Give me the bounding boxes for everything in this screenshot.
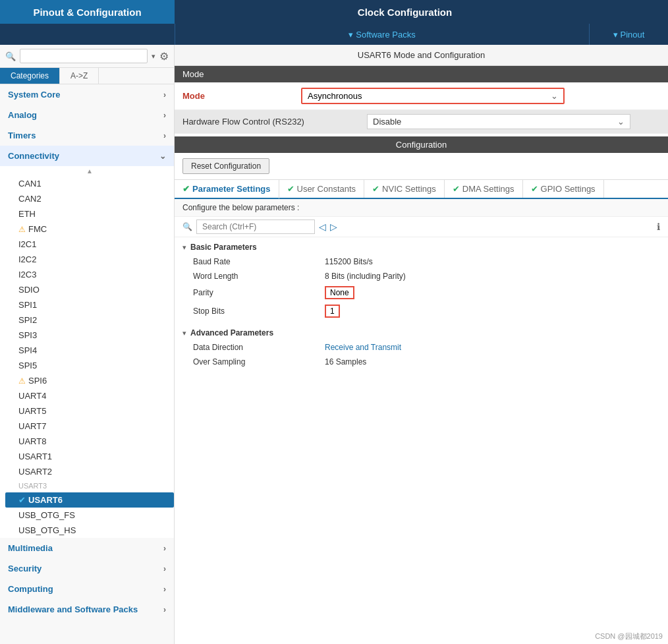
sidebar-item-system-core[interactable]: System Core ›: [0, 84, 174, 105]
multimedia-label: Multimedia: [8, 543, 53, 553]
basic-params-arrow-icon: ▾: [182, 243, 186, 252]
nvic-check-icon: ✔: [372, 184, 379, 194]
pinout-btn[interactable]: ▾ Pinout: [589, 24, 668, 45]
timers-label: Timers: [8, 131, 36, 140]
top-header: Pinout & Configuration Clock Configurati…: [0, 0, 668, 24]
baud-rate-label: Baud Rate: [193, 257, 325, 266]
config-buttons-row: Reset Configuration: [175, 153, 668, 180]
sidebar-item-usart1[interactable]: USART1: [5, 449, 174, 464]
basic-params-header[interactable]: ▾ Basic Parameters: [175, 240, 668, 254]
config-section-title: Configuration: [175, 136, 668, 153]
sidebar-item-connectivity[interactable]: Connectivity ⌄: [0, 146, 174, 166]
advanced-params-arrow-icon: ▾: [182, 329, 186, 337]
sidebar-item-i2c2[interactable]: I2C2: [5, 252, 174, 267]
tab-nvic-settings[interactable]: ✔ NVIC Settings: [364, 180, 445, 198]
config-content: Configure the below parameters : 🔍 ◁ ▷ ℹ…: [175, 199, 668, 629]
sidebar-item-spi3[interactable]: SPI3: [5, 328, 174, 343]
content-area: USART6 Mode and Configuration Mode Mode …: [175, 45, 668, 644]
reset-config-button[interactable]: Reset Configuration: [182, 158, 269, 174]
tab-categories[interactable]: Categories: [0, 68, 60, 84]
stop-bits-label: Stop Bits: [193, 307, 325, 316]
sidebar-item-spi5[interactable]: SPI5: [5, 358, 174, 373]
sidebar-tabs: Categories A->Z: [0, 68, 174, 84]
gear-icon[interactable]: ⚙: [159, 50, 169, 63]
gpio-check-icon: ✔: [531, 184, 538, 194]
tab-gpio-settings[interactable]: ✔ GPIO Settings: [523, 180, 604, 198]
sidebar-item-usb-otg-fs[interactable]: USB_OTG_FS: [5, 508, 174, 523]
sidebar-item-can1[interactable]: CAN1: [5, 176, 174, 191]
sidebar-item-timers[interactable]: Timers ›: [0, 125, 174, 146]
computing-chevron-icon: ›: [163, 585, 166, 594]
sidebar-item-fmc[interactable]: ⚠FMC: [5, 221, 174, 237]
sidebar-item-can2[interactable]: CAN2: [5, 191, 174, 206]
tab-parameter-settings[interactable]: ✔ Parameter Settings: [175, 180, 279, 199]
sidebar-item-uart7[interactable]: UART7: [5, 419, 174, 434]
config-tabs: ✔ Parameter Settings ✔ User Constants ✔ …: [175, 180, 668, 199]
software-packs-btn[interactable]: ▾ Software Packs: [175, 24, 589, 45]
mode-value-text: Asynchronous: [308, 91, 551, 101]
sidebar-item-multimedia[interactable]: Multimedia ›: [0, 538, 174, 558]
sidebar-item-spi1[interactable]: SPI1: [5, 297, 174, 312]
sidebar-item-usart3[interactable]: USART3: [5, 479, 174, 492]
sidebar-search-row: 🔍 ▾ ⚙: [0, 45, 174, 68]
tab-dma-settings[interactable]: ✔ DMA Settings: [445, 180, 523, 198]
param-search-input[interactable]: [196, 220, 315, 234]
sidebar-item-sdio[interactable]: SDIO: [5, 282, 174, 297]
sidebar-item-computing[interactable]: Computing ›: [0, 579, 174, 599]
sidebar-item-i2c1[interactable]: I2C1: [5, 237, 174, 252]
data-direction-row: Data Direction Receive and Transmit: [175, 340, 668, 355]
sidebar-item-spi4[interactable]: SPI4: [5, 343, 174, 358]
param-settings-check-icon: ✔: [182, 184, 190, 194]
mode-dropdown-arrow-icon: ⌄: [551, 91, 558, 101]
multimedia-chevron-icon: ›: [163, 544, 166, 553]
security-label: Security: [8, 564, 42, 573]
sidebar-item-middleware[interactable]: Middleware and Software Packs ›: [0, 599, 174, 620]
sub-header-spacer: [0, 24, 175, 45]
sw-packs-chevron-icon: ▾: [348, 30, 353, 40]
sidebar: 🔍 ▾ ⚙ Categories A->Z System Core › Anal…: [0, 45, 175, 644]
param-info-icon[interactable]: ℹ: [657, 221, 660, 232]
sidebar-item-i2c3[interactable]: I2C3: [5, 267, 174, 282]
param-search-icon: 🔍: [182, 222, 192, 231]
stop-bits-row: Stop Bits 1: [175, 302, 668, 320]
sidebar-item-spi2[interactable]: SPI2: [5, 312, 174, 328]
fmc-warn-icon: ⚠: [18, 225, 26, 234]
dma-check-icon: ✔: [453, 184, 460, 194]
sidebar-item-spi6[interactable]: ⚠SPI6: [5, 373, 174, 388]
tab-az[interactable]: A->Z: [60, 68, 99, 84]
sub-header: ▾ Software Packs ▾ Pinout: [0, 24, 668, 45]
system-core-label: System Core: [8, 90, 60, 100]
sidebar-item-uart5[interactable]: UART5: [5, 403, 174, 419]
parity-row: Parity None: [175, 283, 668, 302]
next-result-icon[interactable]: ▷: [330, 221, 337, 232]
mode-dropdown[interactable]: Asynchronous ⌄: [301, 88, 565, 104]
mode-section-title: Mode: [175, 66, 668, 82]
computing-label: Computing: [8, 584, 53, 594]
sidebar-item-uart4[interactable]: UART4: [5, 388, 174, 403]
data-direction-label: Data Direction: [193, 343, 325, 352]
sidebar-item-usart6[interactable]: ✔ USART6: [5, 492, 174, 508]
prev-result-icon[interactable]: ◁: [319, 221, 326, 232]
timers-chevron-icon: ›: [163, 131, 166, 140]
sidebar-item-security[interactable]: Security ›: [0, 558, 174, 579]
pinout-chevron-icon: ▾: [613, 30, 618, 40]
tab-user-constants[interactable]: ✔ User Constants: [279, 180, 365, 198]
hw-flow-dropdown[interactable]: Disable ⌄: [367, 114, 630, 129]
scroll-up-indicator: ▲: [5, 166, 174, 176]
baud-rate-value: 115200 Bits/s: [325, 257, 373, 266]
connectivity-chevron-icon: ⌄: [159, 152, 166, 161]
over-sampling-value: 16 Samples: [325, 357, 366, 366]
analog-chevron-icon: ›: [163, 111, 166, 120]
sidebar-item-usb-otg-hs[interactable]: USB_OTG_HS: [5, 523, 174, 538]
mode-label: Mode: [182, 91, 301, 101]
middleware-label: Middleware and Software Packs: [8, 604, 138, 614]
sidebar-item-usart2[interactable]: USART2: [5, 464, 174, 479]
stop-bits-value[interactable]: 1: [325, 305, 340, 318]
sidebar-item-uart8[interactable]: UART8: [5, 434, 174, 449]
advanced-params-header[interactable]: ▾ Advanced Parameters: [175, 326, 668, 340]
parity-value[interactable]: None: [325, 286, 354, 299]
sidebar-item-analog[interactable]: Analog ›: [0, 105, 174, 125]
sidebar-item-eth[interactable]: ETH: [5, 206, 174, 221]
mode-section: Mode Mode Asynchronous ⌄ Hardware Flow C…: [175, 66, 668, 134]
search-input[interactable]: [20, 49, 148, 63]
